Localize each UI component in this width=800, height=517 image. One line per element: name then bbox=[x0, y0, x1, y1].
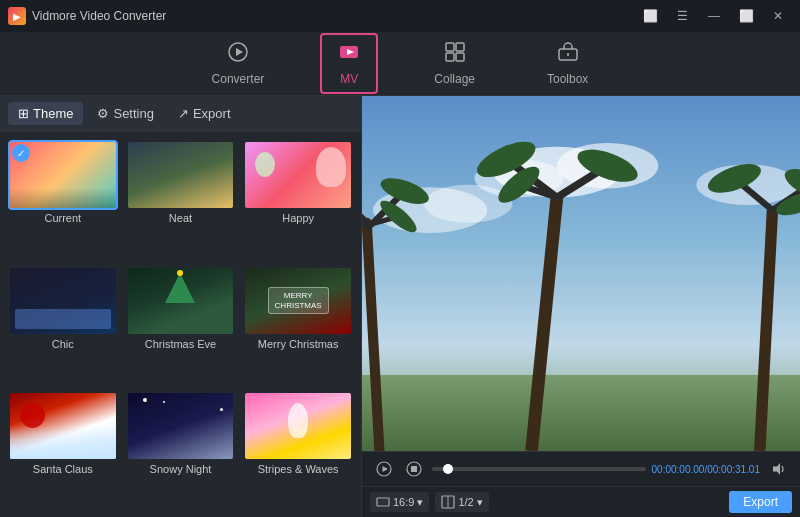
theme-merry-christmas-label: Merry Christmas bbox=[258, 338, 339, 350]
aspect-ratio-select[interactable]: 16:9 ▾ bbox=[370, 492, 429, 512]
nav-toolbox-label: Toolbox bbox=[547, 72, 588, 86]
svg-marker-45 bbox=[383, 466, 389, 472]
svg-marker-48 bbox=[773, 463, 780, 475]
time-display: 00:00:00.00/00:00:31.01 bbox=[652, 464, 760, 475]
collage-icon bbox=[444, 41, 466, 68]
play-btn[interactable] bbox=[372, 457, 396, 481]
minimize-btn[interactable]: — bbox=[700, 6, 728, 26]
maximize-btn[interactable]: ⬜ bbox=[732, 6, 760, 26]
themes-grid: ✓ Current Neat Happy bbox=[0, 132, 361, 517]
titlebar-title: Vidmore Video Converter bbox=[32, 9, 166, 23]
close-btn[interactable]: ✕ bbox=[764, 6, 792, 26]
nav-collage-label: Collage bbox=[434, 72, 475, 86]
video-controls: 00:00:00.00/00:00:31.01 bbox=[362, 451, 800, 486]
svg-rect-6 bbox=[446, 53, 454, 61]
app-icon: ▶ bbox=[8, 7, 26, 25]
topnav: Converter MV Collage bbox=[0, 32, 800, 96]
stop-btn[interactable] bbox=[402, 457, 426, 481]
theme-chic[interactable]: Chic bbox=[8, 266, 118, 384]
theme-current-label: Current bbox=[44, 212, 81, 224]
nav-toolbox[interactable]: Toolbox bbox=[531, 35, 604, 92]
nav-collage[interactable]: Collage bbox=[418, 35, 491, 92]
aspect-ratio-icon bbox=[376, 495, 390, 509]
theme-merry-christmas[interactable]: MERRYCHRISTMAS Merry Christmas bbox=[243, 266, 353, 384]
nav-converter[interactable]: Converter bbox=[196, 35, 281, 92]
svg-rect-7 bbox=[456, 53, 464, 61]
titlebar-left: ▶ Vidmore Video Converter bbox=[8, 7, 166, 25]
theme-santa-claus-label: Santa Claus bbox=[33, 463, 93, 475]
theme-snowy-night[interactable]: Snowy Night bbox=[126, 391, 236, 509]
progress-bar[interactable] bbox=[432, 467, 646, 471]
video-preview bbox=[362, 96, 800, 451]
export-tab-icon: ↗ bbox=[178, 106, 189, 121]
tab-setting[interactable]: ⚙ Setting bbox=[87, 102, 163, 125]
nav-converter-label: Converter bbox=[212, 72, 265, 86]
tabs-row: ⊞ Theme ⚙ Setting ↗ Export bbox=[0, 96, 361, 132]
svg-rect-49 bbox=[377, 498, 389, 506]
theme-happy-label: Happy bbox=[282, 212, 314, 224]
mv-icon bbox=[338, 41, 360, 68]
progress-thumb bbox=[443, 464, 453, 474]
setting-tab-icon: ⚙ bbox=[97, 106, 109, 121]
svg-rect-5 bbox=[456, 43, 464, 51]
message-btn[interactable]: ⬜ bbox=[636, 6, 664, 26]
svg-rect-47 bbox=[411, 466, 417, 472]
selected-badge: ✓ bbox=[12, 144, 30, 162]
quality-value: 1/2 bbox=[458, 496, 473, 508]
tab-theme[interactable]: ⊞ Theme bbox=[8, 102, 83, 125]
theme-current[interactable]: ✓ Current bbox=[8, 140, 118, 258]
svg-marker-1 bbox=[236, 48, 243, 56]
titlebar: ▶ Vidmore Video Converter ⬜ ☰ — ⬜ ✕ bbox=[0, 0, 800, 32]
theme-chic-label: Chic bbox=[52, 338, 74, 350]
export-tab-label: Export bbox=[193, 106, 231, 121]
aspect-ratio-value: 16:9 bbox=[393, 496, 414, 508]
theme-neat-label: Neat bbox=[169, 212, 192, 224]
tab-export[interactable]: ↗ Export bbox=[168, 102, 241, 125]
main-content: ⊞ Theme ⚙ Setting ↗ Export bbox=[0, 96, 800, 517]
nav-mv-label: MV bbox=[340, 72, 358, 86]
right-panel: 00:00:00.00/00:00:31.01 16:9 ▾ bbox=[362, 96, 800, 517]
theme-tab-label: Theme bbox=[33, 106, 73, 121]
video-scene bbox=[362, 96, 800, 451]
theme-neat[interactable]: Neat bbox=[126, 140, 236, 258]
quality-select[interactable]: 1/2 ▾ bbox=[435, 492, 488, 512]
converter-icon bbox=[227, 41, 249, 68]
theme-tab-icon: ⊞ bbox=[18, 106, 29, 121]
titlebar-controls[interactable]: ⬜ ☰ — ⬜ ✕ bbox=[636, 6, 792, 26]
theme-happy[interactable]: Happy bbox=[243, 140, 353, 258]
theme-snowy-night-label: Snowy Night bbox=[150, 463, 212, 475]
quality-icon bbox=[441, 495, 455, 509]
svg-rect-4 bbox=[446, 43, 454, 51]
setting-tab-label: Setting bbox=[113, 106, 153, 121]
aspect-ratio-chevron: ▾ bbox=[417, 496, 423, 509]
bottom-controls: 16:9 ▾ 1/2 ▾ Export bbox=[362, 486, 800, 517]
svg-point-15 bbox=[424, 185, 513, 223]
volume-btn[interactable] bbox=[766, 457, 790, 481]
theme-santa-claus[interactable]: Santa Claus bbox=[8, 391, 118, 509]
menu-btn[interactable]: ☰ bbox=[668, 6, 696, 26]
theme-stripes-waves[interactable]: Stripes & Waves bbox=[243, 391, 353, 509]
quality-chevron: ▾ bbox=[477, 496, 483, 509]
toolbox-icon bbox=[557, 41, 579, 68]
nav-mv[interactable]: MV bbox=[320, 33, 378, 94]
theme-stripes-waves-label: Stripes & Waves bbox=[258, 463, 339, 475]
left-panel: ⊞ Theme ⚙ Setting ↗ Export bbox=[0, 96, 362, 517]
svg-rect-17 bbox=[362, 375, 800, 451]
theme-christmas-eve[interactable]: Christmas Eve bbox=[126, 266, 236, 384]
export-button[interactable]: Export bbox=[729, 491, 792, 513]
theme-christmas-eve-label: Christmas Eve bbox=[145, 338, 217, 350]
